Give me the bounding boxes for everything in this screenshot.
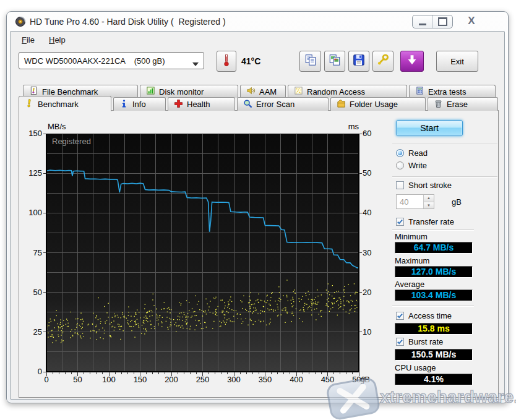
save-icon: [352, 53, 366, 69]
tab-label: Benchmark: [38, 100, 79, 109]
tab-disk-monitor[interactable]: Disk monitor: [140, 85, 238, 98]
separator: [392, 229, 474, 231]
access-time-checkbox[interactable]: [396, 312, 404, 320]
start-button[interactable]: Start: [396, 120, 463, 136]
menu-item-help[interactable]: Help: [46, 34, 69, 46]
burst-rate-checkbox[interactable]: [396, 338, 404, 346]
x-axis-tick-label: 150: [128, 375, 153, 384]
burst-rate-value: 150.5 MB/s: [395, 349, 473, 361]
tab-label: Random Access: [307, 87, 365, 96]
disk-monitor-icon: [146, 86, 155, 97]
start-label: Start: [420, 123, 439, 133]
wrench-icon: [376, 53, 390, 69]
tab-extra-tests[interactable]: Extra tests: [409, 85, 496, 98]
copy-button[interactable]: [299, 51, 321, 72]
burst-rate-label: Burst rate: [408, 337, 443, 346]
left-axis-tick-label: 25: [21, 327, 42, 336]
download-icon: [405, 53, 419, 69]
copy-image-button[interactable]: [324, 51, 345, 72]
menu-item-file[interactable]: File: [19, 34, 38, 46]
desktop: HD Tune Pro 4.60 - Hard Disk Utility ( R…: [0, 0, 516, 420]
minimize-icon: [419, 24, 426, 25]
left-axis-tick-label: 75: [21, 248, 42, 257]
download-button[interactable]: [400, 51, 424, 72]
cpu-usage-value: 4.1%: [395, 374, 473, 385]
minimize-button[interactable]: [413, 15, 432, 28]
tab-error-scan[interactable]: Error Scan: [237, 97, 329, 111]
tab-health[interactable]: Health: [168, 97, 235, 111]
chevron-down-icon: [192, 59, 199, 62]
options-button[interactable]: [372, 51, 393, 72]
minimum-label: Minimum: [395, 232, 428, 241]
tab-label: Folder Usage: [350, 100, 398, 109]
exit-button[interactable]: Exit: [436, 51, 478, 72]
write-radio[interactable]: [396, 161, 404, 169]
short-stroke-row: Short stroke: [396, 181, 452, 190]
separator: [392, 176, 497, 178]
burst-rate-row: Burst rate: [396, 337, 443, 346]
cpu-usage-label: CPU usage: [395, 363, 436, 372]
access-time-value: 15.8 ms: [395, 323, 473, 335]
watermark-text: xtremehardware.it: [380, 387, 516, 407]
tab-folder-usage[interactable]: Folder Usage: [330, 97, 426, 111]
left-axis-title: MB/s: [48, 122, 66, 131]
write-radio-row: Write: [396, 161, 427, 170]
maximize-icon: [438, 17, 447, 26]
average-label: Average: [395, 280, 424, 289]
access-time-row: Access time: [396, 311, 452, 320]
close-button[interactable]: X: [460, 14, 483, 28]
read-label: Read: [408, 148, 428, 158]
left-axis-tick-label: 150: [21, 129, 42, 138]
close-icon: X: [468, 15, 475, 27]
stepper-up-button[interactable]: ▲: [424, 195, 434, 202]
temperature-button[interactable]: [217, 51, 236, 72]
right-axis-title: ms: [338, 122, 359, 131]
right-axis-tick-label: 30: [363, 248, 381, 257]
stepper-buttons: ▲ ▼: [423, 195, 434, 208]
short-stroke-label: Short stroke: [408, 181, 452, 190]
x-axis-tick-label: 400: [284, 375, 309, 384]
read-radio[interactable]: [396, 149, 404, 157]
exit-label: Exit: [450, 57, 464, 66]
info-icon: [119, 99, 129, 110]
tab-label: Extra tests: [428, 87, 466, 96]
aam-icon: [246, 86, 256, 97]
maximum-label: Maximum: [395, 256, 429, 265]
tab-aam[interactable]: AAM: [240, 85, 286, 98]
tab-info[interactable]: Info: [113, 97, 166, 111]
short-stroke-unit: gB: [452, 197, 462, 207]
right-axis-tick-label: 50: [363, 168, 381, 178]
tab-label: Info: [132, 100, 146, 109]
short-stroke-size-value: 40: [397, 195, 423, 208]
tab-erase[interactable]: Erase: [428, 97, 498, 111]
left-axis-tick-label: 50: [21, 288, 42, 297]
transfer-rate-checkbox[interactable]: [396, 218, 404, 226]
tab-label: Disk monitor: [159, 87, 204, 96]
average-value: 103.4 MB/s: [395, 289, 473, 301]
save-button[interactable]: [348, 51, 369, 72]
thermometer-icon: [220, 53, 233, 69]
right-axis-tick-label: 40: [363, 208, 381, 217]
temperature-value: 41°C: [241, 56, 260, 66]
transfer-rate-row: Transfer rate: [396, 217, 454, 226]
tab-label: File Benchmark: [42, 87, 98, 96]
tab-random-access[interactable]: Random Access: [288, 85, 407, 98]
left-axis-tick-label: 100: [21, 208, 42, 217]
tab-label: AAM: [259, 87, 277, 96]
minimum-value: 64.7 MB/s: [395, 242, 473, 254]
transfer-rate-label: Transfer rate: [408, 217, 454, 226]
benchmark-icon: [25, 98, 34, 109]
stepper-down-button[interactable]: ▼: [424, 202, 434, 209]
right-axis-tick-label: 10: [363, 327, 381, 336]
separator: [392, 306, 474, 307]
folder-usage-icon: [337, 99, 346, 110]
window-title: HD Tune Pro 4.60 - Hard Disk Utility ( R…: [30, 17, 226, 27]
short-stroke-checkbox[interactable]: [396, 181, 404, 189]
drive-selector[interactable]: WDC WD5000AAKX-221CA (500 gB): [19, 52, 204, 69]
maximize-button[interactable]: [432, 15, 453, 28]
window-controls: [412, 15, 453, 28]
app-icon: [15, 16, 26, 27]
drive-selector-value: WDC WD5000AAKX-221CA (500 gB): [24, 56, 165, 66]
short-stroke-size-stepper[interactable]: 40 ▲ ▼: [396, 194, 434, 209]
tab-benchmark[interactable]: Benchmark: [19, 96, 111, 111]
